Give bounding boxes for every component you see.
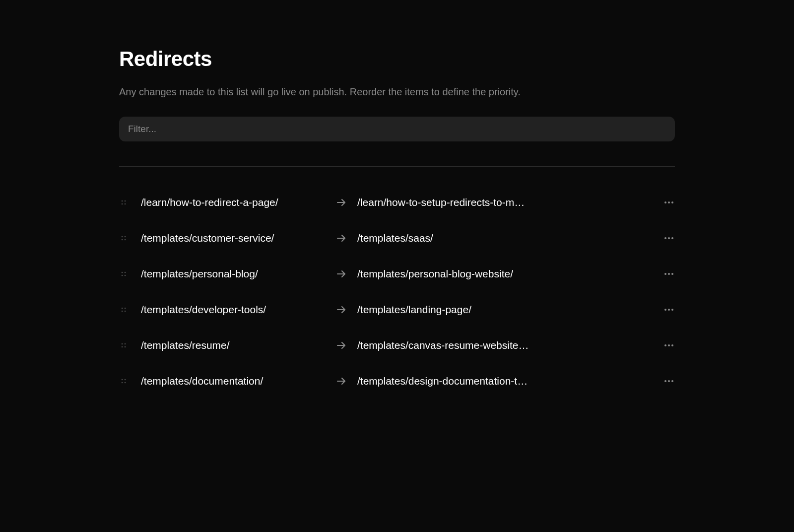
drag-handle-icon[interactable]	[119, 305, 141, 314]
svg-point-10	[125, 239, 126, 240]
more-options-icon[interactable]	[653, 232, 675, 244]
svg-point-14	[122, 272, 123, 273]
svg-point-39	[664, 380, 666, 382]
svg-point-1	[125, 200, 126, 201]
drag-handle-icon[interactable]	[119, 377, 141, 386]
more-options-icon[interactable]	[653, 197, 675, 208]
svg-point-31	[125, 346, 126, 347]
svg-point-12	[668, 237, 670, 239]
redirect-to-path: /templates/design-documentation-t…	[357, 375, 653, 387]
svg-point-19	[668, 273, 670, 275]
redirect-row: /templates/resume//templates/canvas-resu…	[119, 339, 675, 351]
arrow-right-icon	[335, 375, 357, 387]
filter-input[interactable]	[119, 117, 675, 141]
more-options-icon[interactable]	[653, 375, 675, 387]
page-title: Redirects	[119, 47, 675, 71]
svg-point-23	[122, 311, 123, 312]
arrow-right-icon	[335, 268, 357, 280]
svg-point-5	[668, 201, 670, 203]
svg-point-3	[125, 203, 126, 204]
svg-point-35	[122, 379, 123, 380]
drag-handle-icon[interactable]	[119, 341, 141, 350]
redirect-list: /learn/how-to-redirect-a-page//learn/how…	[119, 197, 675, 387]
redirect-to-path: /templates/personal-blog-website/	[357, 268, 653, 280]
divider	[119, 166, 675, 167]
svg-point-20	[671, 273, 673, 275]
svg-point-16	[122, 275, 123, 276]
svg-point-34	[671, 344, 673, 346]
redirect-from-path: /learn/how-to-redirect-a-page/	[141, 197, 335, 208]
svg-point-32	[664, 344, 666, 346]
more-options-icon[interactable]	[653, 339, 675, 351]
redirect-row: /templates/personal-blog//templates/pers…	[119, 268, 675, 280]
redirect-from-path: /templates/customer-service/	[141, 232, 335, 244]
drag-handle-icon[interactable]	[119, 234, 141, 243]
drag-handle-icon[interactable]	[119, 198, 141, 207]
svg-point-28	[122, 343, 123, 344]
svg-point-27	[671, 309, 673, 311]
svg-point-2	[122, 203, 123, 204]
svg-point-9	[122, 239, 123, 240]
redirect-from-path: /templates/developer-tools/	[141, 304, 335, 316]
redirect-row: /templates/customer-service//templates/s…	[119, 232, 675, 244]
arrow-right-icon	[335, 339, 357, 351]
arrow-right-icon	[335, 197, 357, 208]
svg-point-40	[668, 380, 670, 382]
svg-point-22	[125, 308, 126, 309]
arrow-right-icon	[335, 232, 357, 244]
svg-point-7	[122, 236, 123, 237]
more-options-icon[interactable]	[653, 268, 675, 280]
svg-point-4	[664, 201, 666, 203]
page-description: Any changes made to this list will go li…	[119, 85, 675, 99]
redirect-from-path: /templates/personal-blog/	[141, 268, 335, 280]
redirect-to-path: /learn/how-to-setup-redirects-to-m…	[357, 197, 653, 208]
redirect-to-path: /templates/saas/	[357, 232, 653, 244]
svg-point-41	[671, 380, 673, 382]
svg-point-18	[664, 273, 666, 275]
svg-point-33	[668, 344, 670, 346]
svg-point-38	[125, 382, 126, 383]
svg-point-15	[125, 272, 126, 273]
arrow-right-icon	[335, 304, 357, 316]
svg-point-30	[122, 346, 123, 347]
more-options-icon[interactable]	[653, 304, 675, 316]
redirect-row: /learn/how-to-redirect-a-page//learn/how…	[119, 197, 675, 208]
svg-point-37	[122, 382, 123, 383]
svg-point-24	[125, 311, 126, 312]
redirect-row: /templates/documentation//templates/desi…	[119, 375, 675, 387]
svg-point-0	[122, 200, 123, 201]
svg-point-8	[125, 236, 126, 237]
redirect-to-path: /templates/landing-page/	[357, 304, 653, 316]
svg-point-36	[125, 379, 126, 380]
svg-point-6	[671, 201, 673, 203]
redirect-from-path: /templates/documentation/	[141, 375, 335, 387]
svg-point-11	[664, 237, 666, 239]
svg-point-13	[671, 237, 673, 239]
redirect-row: /templates/developer-tools//templates/la…	[119, 304, 675, 316]
svg-point-17	[125, 275, 126, 276]
drag-handle-icon[interactable]	[119, 269, 141, 278]
redirect-to-path: /templates/canvas-resume-website…	[357, 339, 653, 351]
redirect-from-path: /templates/resume/	[141, 339, 335, 351]
svg-point-29	[125, 343, 126, 344]
svg-point-26	[668, 309, 670, 311]
svg-point-21	[122, 308, 123, 309]
svg-point-25	[664, 309, 666, 311]
